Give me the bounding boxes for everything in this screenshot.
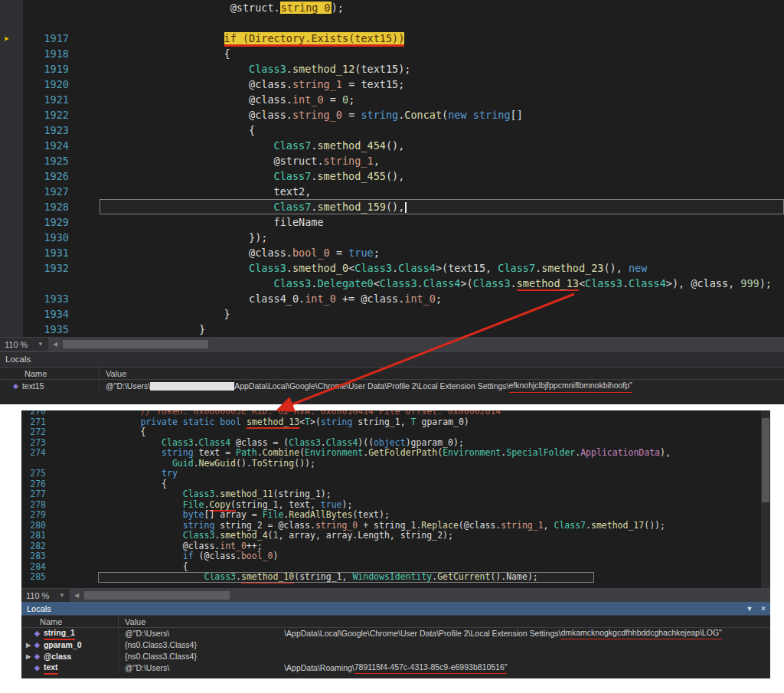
editor-gutter[interactable]: 281 (21, 531, 98, 541)
scroll-left-icon[interactable]: ◀ (70, 592, 83, 599)
variable-name-cell[interactable]: ◆text15 (0, 380, 100, 393)
editor-gutter[interactable]: 1928 (0, 199, 100, 214)
column-header-name[interactable]: Name (21, 616, 119, 627)
code-line[interactable]: 1929fileName (0, 214, 784, 230)
code-line[interactable]: 1921@class.int_0 = 0; (0, 92, 784, 107)
editor-gutter[interactable]: 279 (21, 510, 98, 521)
editor-gutter[interactable]: ➤1917 (0, 31, 100, 46)
horizontal-scrollbar-top[interactable]: ◀ (49, 338, 784, 351)
editor-gutter[interactable]: 275 (21, 469, 98, 479)
code-line[interactable]: 1923{ (0, 123, 784, 138)
variable-value-cell[interactable]: {ns0.Class3.Class4} (119, 651, 770, 662)
zoom-control-top[interactable]: 110 % ▼ (0, 338, 49, 351)
code-line[interactable]: 1920@class.string_1 = text15; (0, 77, 784, 92)
code-line[interactable]: Class3.Delegate0<Class3.Class4>(Class3.s… (0, 276, 784, 291)
editor-gutter[interactable]: 283 (21, 551, 98, 562)
code-line[interactable]: 279byte[] array = File.ReadAllBytes(text… (21, 510, 770, 521)
variable-name-cell[interactable]: ◆text (21, 662, 119, 674)
expander-icon[interactable]: ▶ (26, 651, 34, 662)
code-line[interactable]: 1930}); (0, 230, 784, 245)
scroll-left-icon[interactable]: ◀ (49, 341, 61, 348)
locals-row[interactable]: ▶◆@class{ns0.Class3.Class4} (21, 651, 770, 662)
code-line[interactable]: 276{ (21, 479, 770, 490)
code-line[interactable]: 1924Class7.smethod_454(), (0, 138, 784, 153)
window-position-icon[interactable]: ▼ (743, 605, 756, 613)
editor-gutter[interactable]: 274 (21, 448, 98, 459)
editor-gutter[interactable]: 1931 (0, 245, 100, 260)
code-line[interactable]: 1932Class3.smethod_0<Class3.Class4>(text… (0, 260, 784, 276)
code-line[interactable]: Guid.NewGuid().ToString()); (21, 459, 770, 469)
code-line[interactable]: 281Class3.smethod_4(1, array, array.Leng… (21, 531, 770, 541)
editor-gutter[interactable]: 1935 (0, 322, 100, 337)
editor-gutter[interactable]: 278 (21, 500, 98, 511)
code-line[interactable]: 1922@class.string_0 = string.Concat(new … (0, 107, 784, 123)
scrollbar-thumb[interactable] (762, 418, 769, 502)
editor-gutter[interactable] (21, 459, 98, 469)
editor-gutter[interactable]: 1920 (0, 77, 100, 92)
code-line[interactable]: 274string text = Path.Combine(Environmen… (21, 448, 770, 459)
locals-row[interactable]: ◆string_1@"D:\Users\\AppData\Local\Googl… (21, 628, 770, 639)
variable-name-cell[interactable]: ◆string_1 (21, 628, 119, 639)
editor-gutter[interactable]: 1932 (0, 260, 100, 276)
editor-gutter[interactable]: 1918 (0, 46, 100, 61)
editor-gutter[interactable]: 1927 (0, 184, 100, 199)
editor-gutter[interactable] (0, 276, 100, 291)
editor-gutter[interactable] (0, 0, 100, 15)
editor-gutter[interactable]: 1934 (0, 306, 100, 322)
code-line[interactable]: ➤1917if (Directory.Exists(text15)) (0, 31, 784, 46)
code-line[interactable]: 275try (21, 469, 770, 479)
horizontal-scrollbar-bottom[interactable]: ◀ (70, 589, 770, 602)
code-line[interactable]: 1927text2, (0, 184, 784, 199)
code-editor-bottom[interactable]: 270// Token: 0x0600003E RID: 62 RVA: 0x0… (21, 410, 770, 588)
column-header-name[interactable]: Name (0, 368, 100, 379)
code-line[interactable]: 271private static bool smethod_13<T>(str… (21, 417, 770, 428)
editor-gutter[interactable]: 1923 (0, 123, 100, 138)
code-line[interactable]: 1928Class7.smethod_159(), (0, 199, 784, 214)
code-line[interactable]: 280string string_2 = @class.string_0 + s… (21, 521, 770, 531)
editor-gutter[interactable]: 1919 (0, 61, 100, 77)
column-header-value[interactable]: Value (100, 368, 784, 379)
vertical-scrollbar-bottom[interactable] (761, 410, 770, 588)
variable-value-cell[interactable]: @"D:\Users\\AppData\Roaming\789115f4-457… (119, 662, 770, 674)
editor-gutter[interactable]: 273 (21, 438, 98, 449)
code-line[interactable]: 285Class3.smethod_10(string_1, WindowsId… (21, 572, 770, 583)
code-line[interactable]: 282@class.int_0++; (21, 541, 770, 552)
editor-gutter[interactable]: 1921 (0, 92, 100, 107)
code-line[interactable]: 273Class3.Class4 @class = (Class3.Class4… (21, 438, 770, 449)
code-line[interactable]: 1933class4_0.int_0 += @class.int_0; (0, 291, 784, 306)
editor-gutter[interactable]: 282 (21, 541, 98, 552)
code-line[interactable]: 277Class3.smethod_11(string_1); (21, 489, 770, 500)
variable-value-cell[interactable]: @"D:\Users\AppData\Local\Google\Chrome\U… (100, 380, 784, 393)
code-line[interactable]: 284{ (21, 562, 770, 573)
variable-name-cell[interactable]: ▶◆@class (21, 651, 119, 662)
editor-gutter[interactable]: 1924 (0, 138, 100, 153)
code-line[interactable]: 1935} (0, 322, 784, 337)
code-line[interactable]: 278File.Copy(string_1, text, true); (21, 500, 770, 511)
code-line[interactable]: 1934} (0, 306, 784, 322)
column-header-value[interactable]: Value (119, 616, 770, 627)
locals-row[interactable]: ▶◆gparam_0{ns0.Class3.Class4} (21, 639, 770, 651)
editor-gutter[interactable]: 1930 (0, 230, 100, 245)
editor-gutter[interactable]: 277 (21, 489, 98, 500)
code-line[interactable]: 272{ (21, 427, 770, 438)
editor-gutter[interactable]: 1922 (0, 107, 100, 123)
scrollbar-thumb[interactable] (63, 340, 208, 348)
locals-title-bar[interactable]: Locals ▼ ✕ (21, 602, 770, 615)
code-line[interactable]: @struct.string_0); (0, 0, 784, 15)
code-line[interactable]: 1926Class7.smethod_455(), (0, 168, 784, 184)
editor-gutter[interactable]: 284 (21, 562, 98, 573)
editor-gutter[interactable]: 271 (21, 417, 98, 428)
locals-row[interactable]: ◆text15@"D:\Users\AppData\Local\Google\C… (0, 380, 784, 393)
code-line[interactable]: 1919Class3.smethod_12(text15); (0, 61, 784, 77)
code-line[interactable]: 1925@struct.string_1, (0, 153, 784, 168)
locals-row[interactable]: ◆text@"D:\Users\\AppData\Roaming\789115f… (21, 662, 770, 674)
variable-value-cell[interactable]: {ns0.Class3.Class4} (119, 639, 770, 651)
code-line[interactable]: 1931@class.bool_0 = true; (0, 245, 784, 260)
editor-gutter[interactable]: 1926 (0, 168, 100, 184)
code-line[interactable]: 283if (@class.bool_0) (21, 551, 770, 562)
code-editor-top[interactable]: @struct.string_0);➤1917if (Directory.Exi… (0, 0, 784, 337)
expander-icon[interactable]: ▶ (26, 639, 34, 651)
editor-gutter[interactable]: 285 (21, 572, 98, 583)
editor-gutter[interactable]: 280 (21, 521, 98, 531)
editor-gutter[interactable]: 1925 (0, 153, 100, 168)
